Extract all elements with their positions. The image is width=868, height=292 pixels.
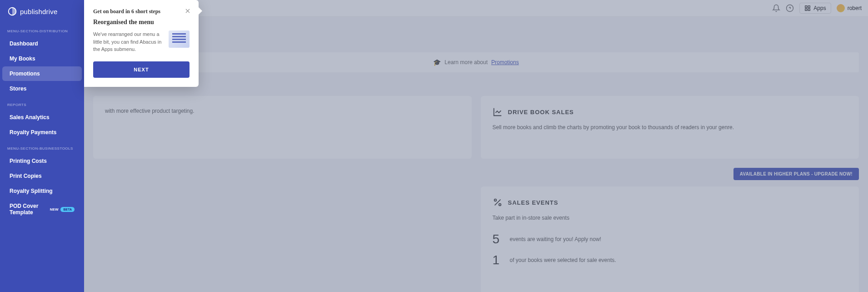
sidebar-item-label: POD Cover Template [10,203,48,216]
next-button[interactable]: NEXT [93,61,190,78]
onboarding-popup: Get on board in 6 short steps Reorganise… [84,0,199,87]
menu-section-business-label: MENU-SECTION-BUSINESSTOOLS [0,140,84,153]
new-badge: NEW [50,207,59,211]
brand-logo[interactable]: publishdrive [0,0,84,23]
popup-step-label: Get on board in 6 short steps [93,8,190,15]
sidebar-item-print-copies[interactable]: Print Copies [2,169,82,183]
sidebar-item-royalty-splitting[interactable]: Royalty Splitting [2,184,82,198]
sidebar-item-dashboard[interactable]: Dashboard [2,36,82,51]
sidebar-item-promotions[interactable]: Promotions [2,66,82,81]
popup-text: We've rearranged our menu a little bit, … [93,30,164,53]
sidebar-item-pod-cover-template[interactable]: POD Cover Template NEW BETA [2,199,82,220]
menu-section-reports-label: REPORTS [0,96,84,110]
sidebar-item-printing-costs[interactable]: Printing Costs [2,154,82,168]
popup-title: Reorganised the menu [93,19,190,26]
menu-section-distribution-label: MENU-SECTION-DISTRIBUTION [0,23,84,36]
popup-illustration [169,30,190,48]
sidebar-item-stores[interactable]: Stores [2,81,82,96]
sidebar-item-sales-analytics[interactable]: Sales Analytics [2,110,82,125]
publishdrive-icon [7,6,17,16]
sidebar: publishdrive MENU-SECTION-DISTRIBUTION D… [0,0,84,292]
beta-badge: BETA [60,207,75,212]
sidebar-item-royalty-payments[interactable]: Royalty Payments [2,125,82,140]
brand-name: publishdrive [20,8,57,15]
modal-overlay[interactable] [84,0,868,292]
sidebar-item-my-books[interactable]: My Books [2,51,82,66]
close-icon[interactable] [184,7,191,15]
